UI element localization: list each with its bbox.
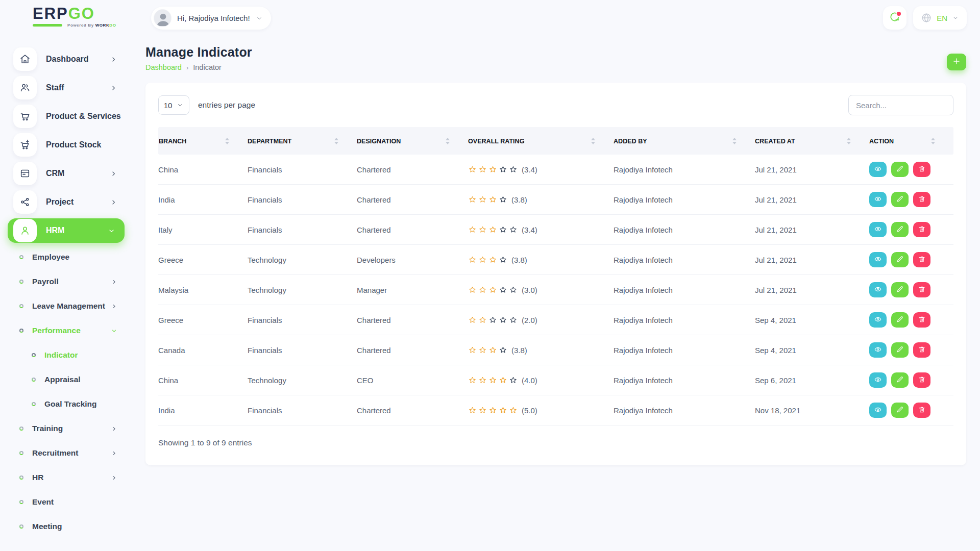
delete-button[interactable] — [913, 222, 930, 237]
powered-by: Powered By WORKDO — [67, 23, 116, 28]
view-button[interactable] — [869, 282, 887, 297]
sidebar-item-payroll[interactable]: Payroll — [0, 269, 134, 294]
delete-button[interactable] — [913, 192, 930, 207]
sidebar-item-indicator[interactable]: Indicator — [0, 343, 134, 367]
pencil-icon — [896, 165, 904, 174]
table-row: GreeceTechnologyDevelopers(3.8)Rajodiya … — [158, 245, 953, 275]
sidebar-item-staff[interactable]: Staff — [0, 73, 134, 102]
card-icon — [13, 162, 37, 185]
cell-added-by: Rajodiya Infotech — [614, 165, 755, 174]
cell-created-at: Jul 21, 2021 — [755, 226, 869, 234]
sidebar-item-recruitment[interactable]: Recruitment — [0, 441, 134, 465]
star-icon — [468, 316, 477, 324]
language-selector[interactable]: EN — [913, 6, 967, 30]
sidebar-item-hr[interactable]: HR — [0, 465, 134, 490]
sidebar-item-employee[interactable]: Employee — [0, 245, 134, 269]
cell-department: Technology — [248, 376, 357, 385]
column-header-action[interactable]: ACTION — [869, 137, 953, 145]
view-button[interactable] — [869, 403, 887, 418]
cell-branch: Greece — [158, 316, 248, 324]
edit-button[interactable] — [891, 403, 909, 418]
cell-added-by: Rajodiya Infotech — [614, 346, 755, 355]
view-button[interactable] — [869, 192, 887, 207]
delete-button[interactable] — [913, 162, 930, 177]
sidebar-item-project[interactable]: Project — [0, 188, 134, 216]
brand-name: ERPGO — [33, 6, 116, 21]
eye-icon — [874, 165, 882, 174]
delete-button[interactable] — [913, 372, 930, 388]
sidebar-item-crm[interactable]: CRM — [0, 159, 134, 188]
chevron-right-icon — [110, 84, 117, 92]
cell-designation: CEO — [357, 376, 468, 385]
edit-button[interactable] — [891, 252, 909, 267]
messages-button[interactable] — [883, 6, 906, 30]
star-icon — [488, 346, 497, 355]
column-header-overall-rating[interactable]: OVERALL RATING — [468, 137, 614, 145]
view-button[interactable] — [869, 162, 887, 177]
column-header-created-at[interactable]: CREATED AT — [755, 137, 869, 145]
entries-per-page-value: 10 — [164, 101, 173, 110]
view-button[interactable] — [869, 342, 887, 358]
cell-department: Technology — [248, 256, 357, 264]
brand-erp: ERP — [33, 5, 68, 22]
column-header-department[interactable]: DEPARTMENT — [248, 137, 357, 145]
cell-created-at: Jul 21, 2021 — [755, 195, 869, 204]
sidebar-item-label: Product Stock — [46, 140, 101, 149]
cell-overall-rating: (3.4) — [468, 165, 614, 174]
sidebar-item-label: Product & Services — [46, 112, 121, 121]
delete-button[interactable] — [913, 312, 930, 328]
delete-button[interactable] — [913, 252, 930, 267]
column-header-label: DEPARTMENT — [248, 137, 291, 145]
cell-created-at: Sep 4, 2021 — [755, 346, 869, 355]
edit-button[interactable] — [891, 372, 909, 388]
column-header-designation[interactable]: DESIGNATION — [357, 137, 468, 145]
brand-go: GO — [68, 5, 95, 22]
star-icon — [499, 256, 507, 264]
sidebar-item-hrm[interactable]: HRM — [8, 218, 125, 243]
column-header-branch[interactable]: BRANCH — [158, 137, 248, 145]
edit-button[interactable] — [891, 162, 909, 177]
brand-tagline: Powered By WORKDO — [33, 23, 116, 28]
sidebar-item-appraisal[interactable]: Appraisal — [0, 367, 134, 392]
sidebar-item-product-stock[interactable]: Product Stock — [0, 131, 134, 159]
app: ERPGO Powered By WORKDO Hi, Rajodiya Inf… — [0, 0, 980, 551]
brand-underline — [33, 24, 62, 27]
view-button[interactable] — [869, 312, 887, 328]
sidebar-item-goal-tracking[interactable]: Goal Tracking — [0, 392, 134, 416]
cell-branch: Malaysia — [158, 286, 248, 294]
star-icon — [499, 376, 507, 385]
cell-added-by: Rajodiya Infotech — [614, 406, 755, 415]
delete-button[interactable] — [913, 342, 930, 358]
delete-button[interactable] — [913, 403, 930, 418]
rating-value: (3.0) — [522, 286, 537, 294]
edit-button[interactable] — [891, 192, 909, 207]
table-row: GreeceFinancialsChartered(2.0)Rajodiya I… — [158, 305, 953, 335]
edit-button[interactable] — [891, 312, 909, 328]
column-header-added-by[interactable]: ADDED BY — [614, 137, 755, 145]
sidebar-item-event[interactable]: Event — [0, 490, 134, 514]
edit-button[interactable] — [891, 282, 909, 297]
sidebar-item-leave-management[interactable]: Leave Management — [0, 294, 134, 318]
edit-button[interactable] — [891, 222, 909, 237]
sidebar-item-label: CRM — [46, 169, 64, 178]
sidebar-item-meeting[interactable]: Meeting — [0, 514, 134, 539]
sidebar-item-product-services[interactable]: Product & Services — [0, 102, 134, 131]
search-input[interactable] — [848, 95, 953, 115]
add-indicator-button[interactable] — [947, 54, 966, 70]
view-button[interactable] — [869, 372, 887, 388]
rating-value: (2.0) — [522, 316, 537, 324]
eye-icon — [874, 255, 882, 265]
breadcrumb-dashboard[interactable]: Dashboard — [145, 63, 182, 71]
sidebar-item-training[interactable]: Training — [0, 416, 134, 441]
view-button[interactable] — [869, 222, 887, 237]
entries-per-page-select[interactable]: 10 — [158, 95, 189, 115]
table-body: ChinaFinancialsChartered(3.4)Rajodiya In… — [158, 155, 953, 425]
sidebar-item-performance[interactable]: Performance — [0, 318, 134, 343]
powered-by-do: DO — [109, 23, 116, 28]
delete-button[interactable] — [913, 282, 930, 297]
sidebar-item-dashboard[interactable]: Dashboard — [0, 45, 134, 73]
user-menu[interactable]: Hi, Rajodiya Infotech! — [151, 7, 271, 30]
edit-button[interactable] — [891, 342, 909, 358]
table-row: CanadaFinancialsChartered(3.8)Rajodiya I… — [158, 335, 953, 365]
view-button[interactable] — [869, 252, 887, 267]
